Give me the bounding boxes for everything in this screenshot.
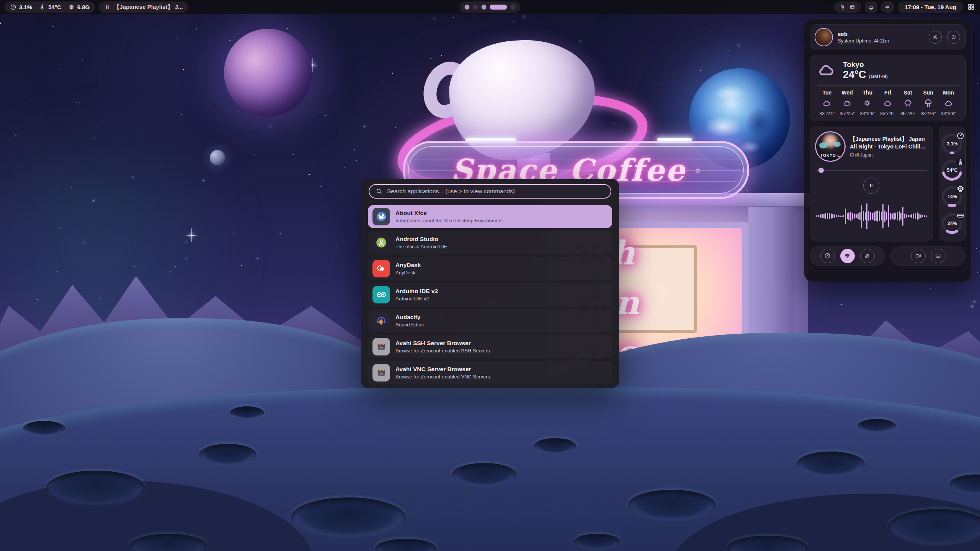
weather-current: Tokyo 24°C (GMT+9)	[817, 60, 959, 81]
crater	[291, 497, 406, 538]
power-button[interactable]	[947, 31, 960, 44]
workspace-dot[interactable]	[465, 5, 470, 10]
star	[71, 187, 72, 188]
workspace-dot[interactable]	[490, 5, 507, 10]
screen-tool-button[interactable]	[911, 249, 926, 263]
album-art[interactable]: TOKYO L	[816, 132, 844, 161]
user-card: seb System Uptime: 4h11m	[810, 24, 966, 50]
screen-tool-button[interactable]	[931, 249, 946, 263]
visualizer-bar	[858, 213, 859, 219]
star	[976, 248, 977, 249]
visualizer-bar	[854, 214, 855, 218]
star	[524, 16, 524, 17]
tray-icon[interactable]	[840, 4, 846, 10]
screen-tool-icon	[935, 253, 941, 259]
power-profile-button[interactable]	[820, 249, 835, 263]
stat-value: 6.8G	[77, 4, 90, 10]
star	[82, 60, 83, 61]
seek-bar[interactable]	[816, 168, 927, 173]
user-name: seb	[838, 31, 923, 37]
play-pause-button[interactable]	[863, 178, 879, 194]
power-profile-group	[810, 246, 885, 266]
launcher-item[interactable]: Avahi SSH Server Browser Browse for Zero…	[368, 335, 612, 358]
launcher-item[interactable]: About Xfce Information about the Xfce De…	[368, 205, 612, 228]
notifications-button[interactable]	[865, 2, 877, 13]
volume-button[interactable]	[881, 2, 894, 13]
forecast-weather-icon	[883, 99, 892, 108]
app-icon	[372, 338, 390, 355]
star	[241, 265, 242, 266]
star	[328, 241, 329, 241]
visualizer-bar	[863, 211, 864, 221]
album-caption: TOKYO L	[816, 153, 844, 158]
launcher-item[interactable]: Android Studio The official Android IDE	[368, 231, 612, 254]
visualizer-bar	[917, 212, 918, 220]
star	[959, 311, 960, 311]
star	[37, 299, 38, 300]
visualizer-bar	[827, 213, 828, 219]
overview-grid-icon[interactable]	[967, 3, 975, 11]
star	[186, 258, 186, 259]
launcher-item[interactable]: Arduino IDE v2 Arduino IDE v2	[368, 283, 612, 306]
control-sidebar: seb System Uptime: 4h11m Tokyo 24°C (GMT…	[804, 18, 972, 282]
track-artist: Chill Japan.	[850, 152, 926, 158]
visualizer-bar	[852, 213, 853, 220]
bright-star	[312, 64, 314, 66]
star	[930, 288, 931, 289]
top-panel-left: 3.1% 54°C 6.8G 【Japanese Playlist】 J...	[5, 2, 188, 13]
visualizer-bar	[893, 212, 895, 220]
star	[395, 127, 396, 128]
visualizer-bar	[868, 211, 869, 221]
settings-button[interactable]	[929, 31, 942, 44]
workspace-dot[interactable]	[511, 5, 516, 10]
app-description: AnyDesk	[395, 270, 421, 276]
forecast-temps: 35°/26°	[878, 111, 898, 116]
app-icon	[372, 286, 390, 303]
system-tray[interactable]	[834, 2, 861, 13]
gauge-badge	[956, 158, 965, 166]
app-text: Audacity Sound Editor	[395, 314, 424, 328]
track-info: TOKYO L 【Japanese Playlist】 Japan All Ni…	[816, 132, 927, 161]
app-description: Arduino IDE v2	[395, 296, 438, 302]
visualizer-bar	[820, 214, 821, 218]
visualizer-bar	[892, 214, 893, 219]
clock[interactable]: 17:09 - Tue, 19 Aug	[898, 2, 963, 13]
visualizer-bar	[895, 213, 896, 219]
workspace-switcher[interactable]	[460, 2, 521, 13]
power-profile-icon	[844, 253, 851, 259]
star	[382, 81, 382, 82]
system-stats-pill[interactable]: 3.1% 54°C 6.8G	[5, 2, 95, 13]
forecast-temps: 33°/26°	[938, 111, 959, 116]
star	[234, 233, 235, 233]
power-profile-button[interactable]	[860, 249, 875, 263]
screen-tools-group	[890, 246, 966, 266]
workspace-dot[interactable]	[482, 5, 487, 10]
track-title-line2: All Night - Tokyo LoFi Chill…	[850, 143, 926, 150]
forecast-weather-icon	[944, 99, 953, 108]
star	[358, 120, 358, 121]
power-profile-button[interactable]	[840, 249, 855, 263]
visualizer-bar	[856, 214, 857, 218]
avatar[interactable]	[815, 29, 832, 46]
forecast-weather-icon	[863, 99, 872, 108]
launcher-item[interactable]: AnyDesk AnyDesk	[368, 257, 612, 280]
system-gauge: 3.1%	[941, 133, 963, 155]
seek-knob[interactable]	[818, 168, 824, 173]
launcher-item[interactable]: Avahi VNC Server Browser Browse for Zero…	[368, 361, 612, 384]
star	[270, 126, 271, 127]
search-bar[interactable]	[369, 184, 611, 199]
screen-tool-icon	[915, 253, 921, 259]
tray-icon[interactable]	[849, 4, 856, 10]
star	[52, 26, 54, 27]
forecast-day: Tue 33°/24°	[817, 90, 837, 116]
visualizer-bar	[874, 212, 875, 221]
forecast-weather-icon	[822, 99, 831, 108]
star	[977, 83, 978, 84]
now-playing-pill[interactable]: 【Japanese Playlist】 J...	[99, 2, 188, 13]
workspace-dot[interactable]	[473, 5, 478, 10]
launcher-item[interactable]: Audacity Sound Editor	[368, 309, 612, 332]
visualizer-bar	[823, 214, 825, 218]
star	[50, 209, 51, 209]
stat-item: 3.1%	[10, 4, 32, 10]
search-input[interactable]	[386, 187, 604, 195]
